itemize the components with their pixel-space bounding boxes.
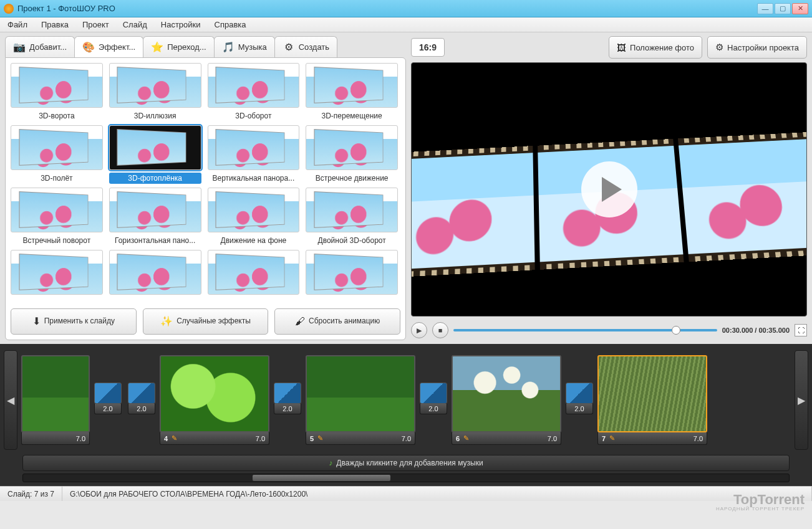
transition-item[interactable]: 2.0 <box>128 355 155 445</box>
effect-item[interactable]: 3D-ворота <box>11 63 103 122</box>
tab-create-label: Создать <box>299 42 329 52</box>
timeline-slide[interactable]: 6✎7.0 <box>452 355 561 445</box>
tab-add[interactable]: 📷Добавит... <box>5 36 75 57</box>
tab-transitions[interactable]: ⭐Переход... <box>143 36 214 57</box>
effect-item[interactable]: 3D-фотоплёнка <box>109 125 201 184</box>
effect-item[interactable]: Двойной 3D-оборот <box>306 188 398 246</box>
menu-file[interactable]: Файл <box>5 19 30 31</box>
seek-thumb[interactable] <box>672 326 680 335</box>
tab-effects-label: Эффект... <box>99 42 135 52</box>
transition-item[interactable]: 2.0 <box>420 355 447 445</box>
image-icon: 🖼 <box>617 42 626 53</box>
effect-item[interactable]: Вертикальная панора... <box>208 125 300 184</box>
status-path: G:\ОБОИ для РАБОЧЕГО СТОЛА\ВРЕМЕНА ГОДА\… <box>62 487 812 501</box>
effect-thumb <box>208 188 300 232</box>
slide-thumbnail <box>21 355 90 432</box>
camera-icon: 📷 <box>13 41 26 54</box>
arrow-down-icon: ⬇ <box>32 316 41 327</box>
slide-thumbnail <box>452 355 561 432</box>
seek-slider[interactable] <box>453 329 717 331</box>
menu-slide[interactable]: Слайд <box>120 19 150 31</box>
transition-duration: 2.0 <box>128 404 155 414</box>
gear-icon: ⚙ <box>283 41 295 54</box>
maximize-button[interactable]: ▢ <box>775 3 791 14</box>
effect-thumb <box>11 63 103 108</box>
edit-slide-icon[interactable]: ✎ <box>317 434 323 442</box>
slide-duration: 7.0 <box>548 435 557 442</box>
fullscreen-button[interactable]: ⛶ <box>795 324 807 336</box>
photo-position-button[interactable]: 🖼Положение фото <box>609 36 702 59</box>
transition-item[interactable]: 2.0 <box>566 355 593 445</box>
menu-settings[interactable]: Настройки <box>158 19 203 31</box>
effect-thumb <box>208 250 300 295</box>
window-title: Проект 1 - ФотоШОУ PRO <box>17 4 757 13</box>
apply-to-slide-button[interactable]: ⬇Применить к слайду <box>11 308 137 335</box>
effect-thumb <box>11 125 103 170</box>
effect-label: Встречный поворот <box>11 235 103 246</box>
effect-label: 3D-иллюзия <box>109 110 201 122</box>
transition-item[interactable]: 2.0 <box>274 355 301 445</box>
effect-label <box>208 297 300 300</box>
tab-effects[interactable]: 🎨Эффект... <box>74 36 143 57</box>
reset-label: Сбросить анимацию <box>309 317 380 325</box>
effect-item[interactable]: 3D-оборот <box>208 63 300 122</box>
effect-item[interactable]: Горизонтальная пано... <box>109 188 201 246</box>
effect-item[interactable]: 3D-перемещение <box>306 63 398 122</box>
effect-item[interactable]: 3D-полёт <box>11 125 103 184</box>
minimize-button[interactable]: — <box>757 3 773 14</box>
edit-slide-icon[interactable]: ✎ <box>172 434 177 442</box>
stop-button[interactable]: ■ <box>432 322 448 338</box>
effect-item[interactable]: Движение на фоне <box>208 188 300 246</box>
effect-item[interactable]: Встречное движение <box>306 125 398 184</box>
brush-icon: 🖌 <box>295 316 305 327</box>
slide-duration: 7.0 <box>694 435 703 442</box>
tab-create[interactable]: ⚙Создать <box>274 36 337 57</box>
timeline-next-button[interactable]: ▶ <box>795 350 808 450</box>
transition-item[interactable]: 2.0 <box>94 355 122 445</box>
edit-slide-icon[interactable]: ✎ <box>463 434 469 442</box>
effect-thumb <box>306 125 398 170</box>
project-settings-button[interactable]: ⚙Настройки проекта <box>707 36 807 59</box>
menu-project[interactable]: Проект <box>80 19 112 31</box>
effect-thumb <box>306 188 398 232</box>
timeline-scrollbar[interactable] <box>22 474 790 482</box>
effect-item[interactable] <box>109 250 201 300</box>
play-overlay-button[interactable] <box>581 161 637 217</box>
menu-edit[interactable]: Правка <box>39 19 71 31</box>
effect-item[interactable] <box>208 250 300 300</box>
close-button[interactable]: ✕ <box>792 3 808 14</box>
transition-thumb <box>274 383 301 404</box>
preview-viewport <box>411 62 807 317</box>
effects-scroll[interactable]: 3D-ворота3D-иллюзия3D-оборот3D-перемещен… <box>11 63 400 303</box>
effect-thumb <box>109 188 201 232</box>
effect-item[interactable] <box>11 250 103 300</box>
tab-music[interactable]: 🎵Музыка <box>214 36 275 57</box>
music-track[interactable]: ♪ Дважды кликните для добавления музыки <box>22 455 790 471</box>
effect-label: Встречное движение <box>306 173 398 184</box>
slide-number: 7 <box>602 435 606 442</box>
effect-item[interactable] <box>306 250 398 300</box>
slide-info-bar: 7✎7.0 <box>597 432 707 445</box>
edit-slide-icon[interactable]: ✎ <box>609 434 615 442</box>
effect-thumb <box>109 250 201 295</box>
menu-help[interactable]: Справка <box>212 19 249 31</box>
aspect-ratio[interactable]: 16:9 <box>411 38 445 57</box>
gear-icon: ⚙ <box>715 42 723 53</box>
effect-item[interactable]: Встречный поворот <box>11 188 103 246</box>
timeline-scroll-thumb[interactable] <box>253 475 390 481</box>
photo-position-label: Положение фото <box>630 43 694 52</box>
timeline-slide[interactable]: 7✎7.0 <box>597 355 707 445</box>
play-button[interactable]: ▶ <box>411 322 427 338</box>
reset-animation-button[interactable]: 🖌Сбросить анимацию <box>274 308 400 335</box>
transition-thumb <box>420 383 447 404</box>
random-effects-button[interactable]: ✨Случайные эффекты <box>143 308 269 335</box>
effect-item[interactable]: 3D-иллюзия <box>109 63 201 122</box>
timeline-slide[interactable]: 5✎7.0 <box>306 355 415 445</box>
effect-label: Двойной 3D-оборот <box>306 235 398 246</box>
timeline-slide[interactable]: 4✎7.0 <box>160 355 269 445</box>
transition-thumb <box>566 383 593 404</box>
effect-label <box>11 297 103 300</box>
timeline-prev-button[interactable]: ◀ <box>4 350 17 450</box>
timeline-slide[interactable]: 7.0 <box>21 355 90 445</box>
effect-label: 3D-перемещение <box>306 110 398 122</box>
